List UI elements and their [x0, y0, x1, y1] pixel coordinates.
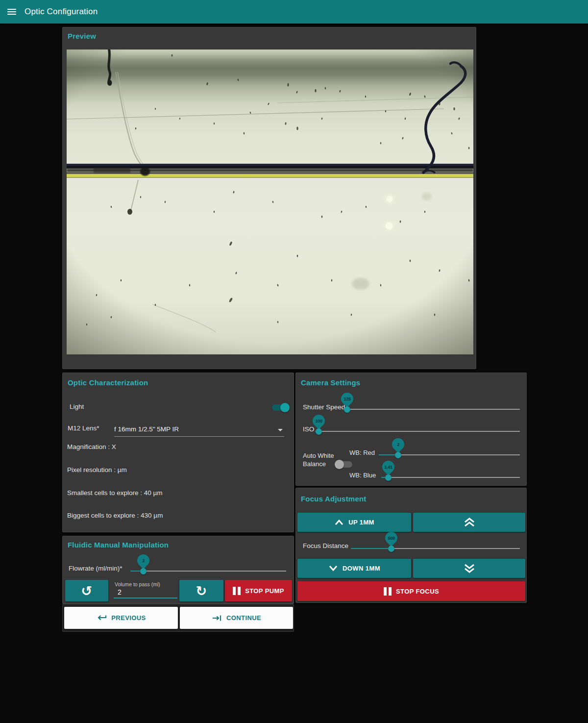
flowrate-value-balloon: 2 — [135, 552, 152, 569]
focus-title: Focus Adjustment — [301, 495, 366, 503]
lens-label: M12 Lens* — [68, 424, 99, 432]
dropdown-caret-icon — [278, 429, 283, 431]
volume-input[interactable] — [114, 587, 177, 598]
pause-icon — [233, 587, 241, 595]
focus-distance-thumb[interactable] — [388, 546, 394, 552]
page-title: Optic Configuration — [24, 7, 98, 17]
awb-toggle[interactable] — [336, 461, 352, 468]
menu-icon[interactable] — [7, 9, 16, 15]
flowrate-label: Flowrate (ml/min)* — [69, 565, 122, 572]
wb-blue-label: WB: Blue — [349, 472, 376, 479]
optic-configuration-screen: Optic Configuration Preview — [0, 0, 588, 723]
focus-adjustment-panel: Focus Adjustment UP 1MM Focus Distance 5… — [295, 488, 527, 603]
stop-pump-button[interactable]: STOP PUMP — [225, 580, 292, 601]
chevron-down-icon — [328, 565, 338, 572]
wb-blue-track[interactable] — [381, 477, 520, 478]
stop-focus-button[interactable]: STOP FOCUS — [297, 581, 525, 601]
wb-red-value-balloon: 2 — [390, 436, 407, 453]
flowrate-track[interactable] — [130, 571, 286, 572]
light-toggle[interactable] — [272, 404, 289, 411]
smallest-cells-text: Smallest cells to explore : 40 µm — [67, 489, 163, 497]
awb-toggle-knob — [335, 460, 344, 469]
camera-settings-panel: Camera Settings Shutter Speed 125 ISO 10… — [295, 373, 527, 486]
awb-label: Auto White Balance — [303, 451, 335, 468]
focus-down-1mm-button[interactable]: DOWN 1MM — [297, 559, 411, 578]
preview-panel: Preview — [62, 27, 476, 369]
focus-distance-slider: 500 — [351, 548, 520, 549]
biggest-cells-text: Biggest cells to explore : 430 µm — [67, 512, 163, 519]
wb-blue-slider: 1.41 — [381, 477, 520, 478]
shutter-speed-label: Shutter Speed — [303, 403, 345, 411]
previous-arrow-icon — [96, 615, 107, 621]
wb-red-label: WB: Red — [349, 449, 375, 456]
pump-forward-button[interactable]: ↻ — [179, 580, 223, 601]
iso-label: ISO — [303, 425, 314, 433]
focus-up-1mm-button[interactable]: UP 1MM — [297, 513, 411, 532]
continue-arrow-icon — [212, 615, 222, 622]
microscopy-image — [67, 50, 473, 354]
flowrate-slider: 2 — [130, 571, 286, 572]
wb-red-thumb[interactable] — [395, 452, 401, 458]
shutter-speed-thumb[interactable] — [344, 406, 350, 413]
light-label: Light — [70, 403, 84, 410]
lens-select[interactable]: f 16mm 1/2.5" 5MP IR — [114, 418, 284, 437]
lens-select-value: f 16mm 1/2.5" 5MP IR — [114, 425, 179, 433]
light-toggle-knob — [280, 403, 290, 412]
optic-title: Optic Characterization — [68, 378, 148, 387]
double-chevron-down-icon — [463, 564, 476, 573]
focus-down-fast-button[interactable] — [413, 559, 525, 578]
preview-title: Preview — [68, 32, 96, 40]
iso-slider: 100 — [315, 431, 520, 432]
pixel-resolution-text: Pixel resolution : µm — [67, 466, 127, 474]
app-bar: Optic Configuration — [0, 0, 588, 24]
shutter-speed-slider: 125 — [343, 409, 520, 410]
optic-characterization-panel: Optic Characterization Light M12 Lens* f… — [62, 373, 294, 532]
nav-bar: PREVIOUS CONTINUE — [62, 604, 294, 632]
camera-title: Camera Settings — [301, 378, 360, 387]
iso-track[interactable] — [315, 431, 520, 432]
previous-button[interactable]: PREVIOUS — [64, 607, 178, 629]
focus-up-fast-button[interactable] — [413, 513, 525, 532]
shutter-speed-track[interactable] — [343, 409, 520, 410]
continue-button[interactable]: CONTINUE — [180, 607, 293, 629]
magnification-text: Magnification : X — [67, 443, 116, 450]
pause-icon — [384, 587, 392, 596]
wb-red-slider: 2 — [379, 454, 520, 455]
chevron-up-icon — [334, 519, 344, 525]
focus-distance-label: Focus Distance — [303, 542, 348, 549]
fluidic-panel: Fluidic Manual Manipulation Flowrate (ml… — [62, 536, 294, 604]
rotate-ccw-icon: ↺ — [81, 584, 92, 598]
wb-blue-thumb[interactable] — [385, 474, 392, 481]
double-chevron-up-icon — [463, 518, 476, 527]
volume-label: Volume to pass (ml) — [115, 581, 160, 587]
flowrate-thumb[interactable] — [140, 568, 147, 574]
pump-reverse-button[interactable]: ↺ — [65, 580, 108, 601]
rotate-cw-icon: ↻ — [196, 584, 207, 598]
iso-thumb[interactable] — [316, 428, 322, 435]
wb-blue-value-balloon: 1.41 — [380, 458, 397, 475]
camera-preview-image — [67, 50, 473, 354]
focus-distance-value-balloon: 500 — [383, 529, 400, 547]
fluidic-title: Fluidic Manual Manipulation — [68, 541, 169, 549]
